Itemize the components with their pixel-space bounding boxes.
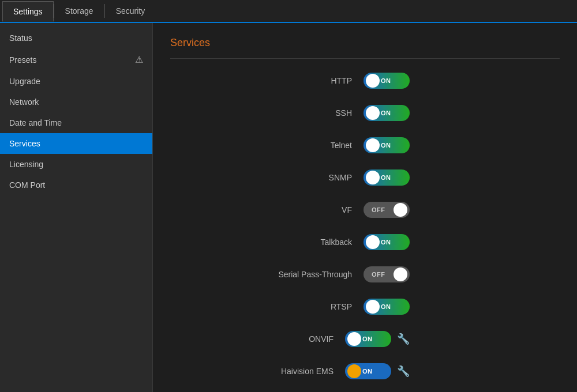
layout: Status Presets ⚠ Upgrade Network Date an… <box>0 23 577 392</box>
service-label-talkback: Talkback <box>260 238 352 247</box>
toggle-http[interactable]: ON <box>364 73 410 89</box>
service-row-vf: VF OFF <box>170 202 560 218</box>
service-row-talkback: Talkback ON <box>170 234 560 250</box>
sidebar-item-services[interactable]: Services <box>0 133 152 154</box>
toggle-ssh[interactable]: ON <box>364 105 410 121</box>
service-label-vf: VF <box>260 205 352 214</box>
toggle-knob-rtsp <box>366 300 380 314</box>
toggle-text-talkback: ON <box>381 239 391 246</box>
service-row-rtsp: RTSP ON <box>170 299 560 315</box>
service-row-onvif: ONVIF ON 🔧 <box>170 331 560 347</box>
toggle-onvif[interactable]: ON <box>345 331 391 347</box>
tab-storage[interactable]: Storage <box>54 1 104 21</box>
toggle-text-telnet: ON <box>381 142 391 149</box>
service-label-ssh: SSH <box>260 108 352 118</box>
service-row-telnet: Telnet ON <box>170 137 560 153</box>
service-label-telnet: Telnet <box>260 141 352 150</box>
toggle-knob-http <box>366 74 380 88</box>
wrench-icon-onvif[interactable]: 🔧 <box>397 333 410 345</box>
section-title: Services <box>170 37 560 49</box>
service-row-serial-pass-through: Serial Pass-Through OFF <box>170 266 560 282</box>
toggle-text-http: ON <box>381 77 391 84</box>
service-row-http: HTTP ON <box>170 73 560 89</box>
toggle-knob-telnet <box>366 138 380 152</box>
toggle-knob-onvif <box>347 332 361 346</box>
service-label-rtsp: RTSP <box>260 302 352 311</box>
toggle-text-snmp: ON <box>381 174 391 181</box>
toggle-talkback[interactable]: ON <box>364 234 410 250</box>
service-label-onvif: ONVIF <box>241 334 334 344</box>
service-label-http: HTTP <box>260 76 352 85</box>
tab-security[interactable]: Security <box>105 1 156 21</box>
service-row-ssh: SSH ON <box>170 105 560 121</box>
sidebar-item-date-and-time[interactable]: Date and Time <box>0 112 152 133</box>
sidebar-item-licensing[interactable]: Licensing <box>0 154 152 175</box>
sidebar-item-com-port[interactable]: COM Port <box>0 175 152 195</box>
toggle-knob-ssh <box>366 106 380 120</box>
toggle-knob-talkback <box>366 235 380 249</box>
sidebar-item-upgrade[interactable]: Upgrade <box>0 71 152 92</box>
service-row-snmp: SNMP ON <box>170 169 560 186</box>
toggle-knob-serial-pass-through <box>394 267 407 281</box>
sidebar-item-status[interactable]: Status <box>0 28 152 48</box>
toggle-rtsp[interactable]: ON <box>364 299 410 315</box>
service-label-snmp: SNMP <box>260 173 352 182</box>
section-divider <box>170 58 560 59</box>
service-label-haivision-ems: Haivision EMS <box>241 367 334 376</box>
wrench-icon-haivision-ems[interactable]: 🔧 <box>397 365 410 378</box>
toggle-telnet[interactable]: ON <box>364 137 410 153</box>
toggle-snmp[interactable]: ON <box>364 169 410 186</box>
sidebar: Status Presets ⚠ Upgrade Network Date an… <box>0 23 153 392</box>
sidebar-item-network[interactable]: Network <box>0 92 152 112</box>
toggle-text-serial-pass-through: OFF <box>372 271 385 278</box>
warning-icon: ⚠ <box>135 54 143 65</box>
toggle-text-haivision-ems: ON <box>362 368 373 375</box>
toggle-knob-haivision-ems <box>347 364 361 378</box>
toggle-text-ssh: ON <box>381 110 391 116</box>
sidebar-item-presets[interactable]: Presets ⚠ <box>0 48 152 71</box>
service-label-serial-pass-through: Serial Pass-Through <box>260 270 352 279</box>
toggle-text-onvif: ON <box>362 336 373 342</box>
toggle-haivision-ems[interactable]: ON <box>345 363 391 379</box>
toggle-vf[interactable]: OFF <box>364 202 410 218</box>
tab-settings[interactable]: Settings <box>2 1 54 22</box>
main-content: Services HTTP ON SSH ON Telnet ON <box>153 23 577 392</box>
toggle-knob-vf <box>394 203 407 217</box>
service-row-haivision-ems: Haivision EMS ON 🔧 <box>170 363 560 379</box>
toggle-text-vf: OFF <box>372 206 385 213</box>
toggle-knob-snmp <box>366 171 380 184</box>
top-bar: Settings Storage Security <box>0 0 577 23</box>
toggle-serial-pass-through[interactable]: OFF <box>364 266 410 282</box>
toggle-text-rtsp: ON <box>381 303 391 310</box>
